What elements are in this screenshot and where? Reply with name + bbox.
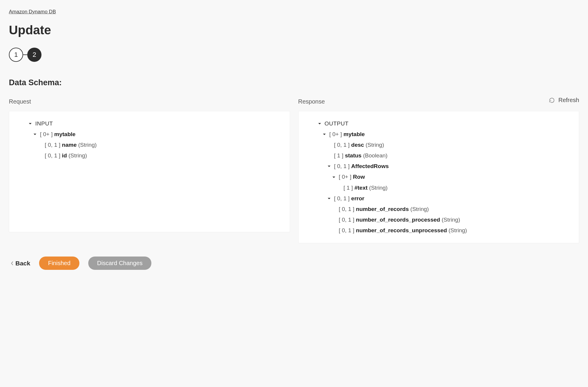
chevron-down-icon xyxy=(332,175,336,179)
cardinality: [ 0, 1 ] xyxy=(339,215,355,225)
cardinality: [ 0, 1 ] xyxy=(334,140,350,150)
response-column: Response OUTPUT [ 0+ ] mytable [ 0, 1 ] … xyxy=(298,98,579,243)
stepper: 1 2 xyxy=(9,48,579,62)
field-name: Row xyxy=(353,172,365,182)
cardinality: [ 0, 1 ] xyxy=(334,161,350,172)
back-label: Back xyxy=(15,260,30,267)
tree-node-output-root[interactable]: OUTPUT xyxy=(305,118,571,129)
section-title: Data Schema: xyxy=(9,78,579,87)
chevron-down-icon xyxy=(33,132,37,136)
field-name: id xyxy=(62,150,67,161)
cardinality: [ 0, 1 ] xyxy=(45,150,60,161)
discard-button[interactable]: Discard Changes xyxy=(88,257,151,270)
tree-node-num-processed[interactable]: [ 0, 1 ] number_of_records_processed (St… xyxy=(305,215,571,225)
chevron-down-icon xyxy=(327,196,331,201)
page-title: Update xyxy=(9,23,579,37)
field-name: number_of_records xyxy=(356,204,409,215)
field-type: (String) xyxy=(366,140,384,150)
chevron-down-icon xyxy=(327,164,331,168)
field-type: (String) xyxy=(442,215,460,225)
cardinality: [ 1 ] xyxy=(334,150,344,161)
tree-node-status[interactable]: [ 1 ] status (Boolean) xyxy=(305,150,571,161)
field-name: error xyxy=(351,193,364,204)
tree-node-mytable[interactable]: [ 0+ ] mytable xyxy=(15,129,281,140)
chevron-left-icon xyxy=(11,261,14,265)
tree-node-id[interactable]: [ 0, 1 ] id (String) xyxy=(15,150,281,161)
cardinality: [ 0+ ] xyxy=(40,129,53,140)
field-name: name xyxy=(62,140,77,150)
field-type: (String) xyxy=(448,225,467,236)
step-2[interactable]: 2 xyxy=(27,48,41,62)
cardinality: [ 0, 1 ] xyxy=(339,204,355,215)
response-panel: OUTPUT [ 0+ ] mytable [ 0, 1 ] desc (Str… xyxy=(298,111,579,243)
field-type: (String) xyxy=(78,140,97,150)
node-label: OUTPUT xyxy=(325,118,349,129)
tree-node-input-root[interactable]: INPUT xyxy=(15,118,281,129)
field-type: (String) xyxy=(410,204,429,215)
tree-node-name[interactable]: [ 0, 1 ] name (String) xyxy=(15,140,281,150)
finished-button[interactable]: Finished xyxy=(39,257,79,270)
step-connector xyxy=(23,54,27,55)
cardinality: [ 0, 1 ] xyxy=(45,140,60,150)
cardinality: [ 0+ ] xyxy=(339,172,352,182)
field-name: mytable xyxy=(54,129,76,140)
chevron-down-icon xyxy=(318,122,322,126)
field-name: desc xyxy=(351,140,364,150)
back-button[interactable]: Back xyxy=(11,260,30,267)
tree-node-desc[interactable]: [ 0, 1 ] desc (String) xyxy=(305,140,571,150)
field-name: status xyxy=(345,150,361,161)
cardinality: [ 1 ] xyxy=(344,183,353,193)
field-type: (String) xyxy=(68,150,87,161)
field-name: AffectedRows xyxy=(351,161,389,172)
field-type: (String) xyxy=(369,183,387,193)
breadcrumb-link[interactable]: Amazon Dynamo DB xyxy=(9,9,56,15)
tree-node-affected-rows[interactable]: [ 0, 1 ] AffectedRows xyxy=(305,161,571,172)
tree-node-mytable-out[interactable]: [ 0+ ] mytable xyxy=(305,129,571,140)
response-label: Response xyxy=(298,98,579,105)
tree-node-num-records[interactable]: [ 0, 1 ] number_of_records (String) xyxy=(305,204,571,215)
tree-node-row[interactable]: [ 0+ ] Row xyxy=(305,172,571,182)
node-label: INPUT xyxy=(35,118,53,129)
cardinality: [ 0, 1 ] xyxy=(339,225,355,236)
tree-node-num-unprocessed[interactable]: [ 0, 1 ] number_of_records_unprocessed (… xyxy=(305,225,571,236)
field-name: number_of_records_unprocessed xyxy=(356,225,447,236)
field-name: #text xyxy=(354,183,367,193)
tree-node-error[interactable]: [ 0, 1 ] error xyxy=(305,193,571,204)
field-name: number_of_records_processed xyxy=(356,215,440,225)
request-panel: INPUT [ 0+ ] mytable [ 0, 1 ] name (Stri… xyxy=(9,111,290,232)
tree-node-text[interactable]: [ 1 ] #text (String) xyxy=(305,183,571,193)
field-name: mytable xyxy=(344,129,365,140)
request-label: Request xyxy=(9,98,290,105)
chevron-down-icon xyxy=(322,132,326,136)
request-column: Request INPUT [ 0+ ] mytable [ 0, 1 ] na… xyxy=(9,98,290,243)
chevron-down-icon xyxy=(28,122,32,126)
cardinality: [ 0, 1 ] xyxy=(334,193,350,204)
footer-actions: Back Finished Discard Changes xyxy=(9,257,579,270)
field-type: (Boolean) xyxy=(363,150,387,161)
cardinality: [ 0+ ] xyxy=(329,129,342,140)
step-1[interactable]: 1 xyxy=(9,48,23,62)
